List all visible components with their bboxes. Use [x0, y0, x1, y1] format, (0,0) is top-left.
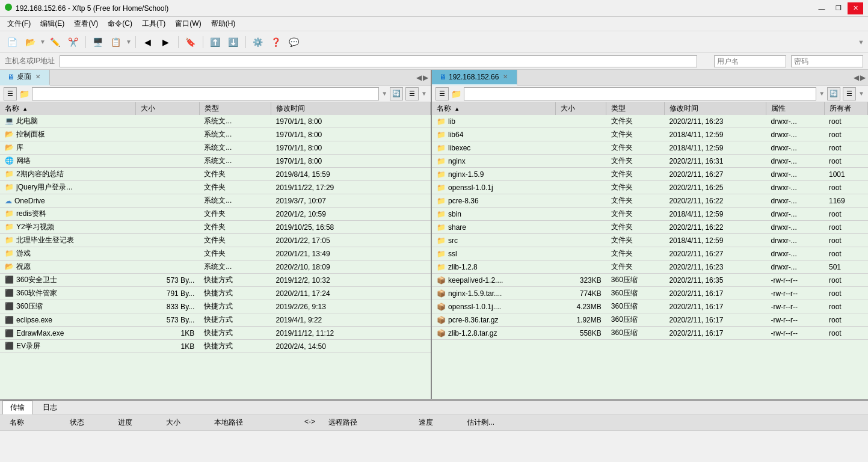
- right-col-attr[interactable]: 属性: [766, 102, 824, 115]
- menu-item-命令(C)[interactable]: 命令(C): [103, 17, 137, 30]
- left-refresh-btn[interactable]: 🔄: [390, 87, 403, 100]
- left-file-row[interactable]: ⬛360安全卫士 573 By... 快捷方式 2019/12/2, 10:32: [0, 274, 431, 287]
- back-button[interactable]: ◀: [140, 34, 156, 51]
- right-file-row[interactable]: 📁lib 文件夹 2020/2/11, 16:23 drwxr-... root: [432, 115, 868, 128]
- sep1: [85, 36, 86, 48]
- left-view-btn[interactable]: ☰: [405, 87, 419, 100]
- edit-button[interactable]: ✏️: [47, 34, 64, 51]
- help-button[interactable]: ❓: [268, 34, 285, 51]
- menu-item-文件(F)[interactable]: 文件(F): [2, 17, 35, 30]
- left-file-row[interactable]: 📁北理毕业生登记表 文件夹 2020/1/22, 17:05: [0, 234, 431, 247]
- right-col-type[interactable]: 类型: [606, 102, 665, 115]
- new-session-button[interactable]: 📄: [4, 34, 20, 51]
- left-col-date[interactable]: 修改时间: [271, 102, 431, 115]
- right-file-row[interactable]: 📁lib64 文件夹 2018/4/11, 12:59 drwxr-... ro…: [432, 128, 868, 141]
- close-button[interactable]: ✕: [848, 2, 863, 14]
- left-file-row[interactable]: ⬛EdrawMax.exe 1KB 快捷方式 2019/11/12, 11:12: [0, 327, 431, 340]
- right-file-row[interactable]: 📁zlib-1.2.8 文件夹 2020/2/11, 16:23 drwxr-.…: [432, 260, 868, 274]
- right-tab-close[interactable]: ✕: [501, 73, 509, 81]
- menu-item-查看(V)[interactable]: 查看(V): [69, 17, 103, 30]
- right-file-row[interactable]: 📁share 文件夹 2020/2/11, 16:22 drwxr-... ro…: [432, 221, 868, 234]
- left-file-size: 833 By...: [135, 300, 199, 313]
- right-file-row[interactable]: 📁sbin 文件夹 2018/4/11, 12:59 drwxr-... roo…: [432, 208, 868, 221]
- right-refresh-btn[interactable]: 🔄: [827, 87, 840, 100]
- left-file-row[interactable]: 📂库 系统文... 1970/1/1, 8:00: [0, 141, 431, 155]
- left-file-row[interactable]: 📂祝愿 系统文... 2020/2/10, 18:09: [0, 260, 431, 274]
- maximize-button[interactable]: ❐: [831, 2, 846, 14]
- right-file-row[interactable]: 📁nginx 文件夹 2020/2/11, 16:31 drwxr-... ro…: [432, 155, 868, 168]
- left-tab-desktop[interactable]: 🖥 桌面 ✕: [0, 70, 50, 85]
- right-file-row[interactable]: 📁libexec 文件夹 2018/4/11, 12:59 drwxr-... …: [432, 141, 868, 155]
- right-path-input[interactable]: /usr/local: [464, 87, 816, 100]
- left-col-type[interactable]: 类型: [199, 102, 271, 115]
- forward-button[interactable]: ▶: [158, 34, 174, 51]
- left-file-row[interactable]: 📁Y2学习视频 文件夹 2019/10/25, 16:58: [0, 221, 431, 234]
- transfer-tab-transfer[interactable]: 传输: [2, 401, 32, 414]
- left-tab-next[interactable]: ▶: [423, 73, 428, 82]
- menu-item-编辑(E)[interactable]: 编辑(E): [35, 17, 69, 30]
- right-file-row[interactable]: 📦nginx-1.5.9.tar.... 774KB 360压缩 2020/2/…: [432, 287, 868, 300]
- left-tab-prev[interactable]: ◀: [416, 73, 422, 82]
- refresh-button[interactable]: 📋: [108, 34, 125, 51]
- left-file-row[interactable]: 📁redis资料 文件夹 2020/1/2, 10:59: [0, 208, 431, 221]
- right-file-row[interactable]: 📦openssl-1.0.1j.... 4.23MB 360压缩 2020/2/…: [432, 300, 868, 313]
- settings-button[interactable]: ⚙️: [250, 34, 266, 51]
- left-file-row[interactable]: 📁jQuery用户登录... 文件夹 2019/11/22, 17:29: [0, 181, 431, 194]
- transfer-tab-log[interactable]: 日志: [35, 401, 65, 414]
- left-file-row[interactable]: 🌐网络 系统文... 1970/1/1, 8:00: [0, 155, 431, 168]
- open-button[interactable]: 📂: [22, 34, 38, 51]
- right-tab-server[interactable]: 🖥 192.168.152.66 ✕: [432, 70, 517, 85]
- right-file-row[interactable]: 📁src 文件夹 2018/4/11, 12:59 drwxr-... root: [432, 234, 868, 247]
- password-input[interactable]: [791, 55, 863, 67]
- right-col-size[interactable]: 大小: [555, 102, 606, 115]
- left-file-row[interactable]: ⬛360软件管家 791 By... 快捷方式 2020/2/11, 17:24: [0, 287, 431, 300]
- left-tab-close[interactable]: ✕: [34, 73, 42, 81]
- right-col-name[interactable]: 名称 ▲: [432, 102, 555, 115]
- right-file-row[interactable]: 📁pcre-8.36 文件夹 2020/2/11, 16:22 drwxr-..…: [432, 194, 868, 208]
- right-file-row[interactable]: 📁nginx-1.5.9 文件夹 2020/2/11, 16:27 drwxr-…: [432, 168, 868, 181]
- left-file-row[interactable]: ⬛EV录屏 1KB 快捷方式 2020/2/4, 14:50: [0, 340, 431, 353]
- left-file-row[interactable]: 📁游戏 文件夹 2020/1/21, 13:49: [0, 247, 431, 260]
- right-file-name: 📁libexec: [432, 141, 555, 155]
- delete-button[interactable]: ✂️: [65, 34, 82, 51]
- left-file-type: 系统文...: [199, 194, 271, 208]
- left-path-input[interactable]: 桌面: [32, 87, 379, 100]
- right-file-row[interactable]: 📦zlib-1.2.8.tar.gz 558KB 360压缩 2020/2/11…: [432, 327, 868, 340]
- left-toggle-btn[interactable]: ☰: [4, 87, 17, 100]
- menu-item-窗口(W)[interactable]: 窗口(W): [170, 17, 206, 30]
- right-view-btn[interactable]: ☰: [843, 87, 856, 100]
- right-file-row[interactable]: 📁ssl 文件夹 2020/2/11, 16:27 drwxr-... root: [432, 247, 868, 260]
- left-file-type: 系统文...: [199, 141, 271, 155]
- bookmark-button[interactable]: 🔖: [182, 34, 199, 51]
- left-folder-icon: 📁: [19, 89, 29, 99]
- right-toggle-btn[interactable]: ☰: [436, 87, 449, 100]
- right-file-row[interactable]: 📁openssl-1.0.1j 文件夹 2020/2/11, 16:25 drw…: [432, 181, 868, 194]
- properties-button[interactable]: 🖥️: [90, 34, 106, 51]
- left-file-row[interactable]: 💻此电脑 系统文... 1970/1/1, 8:00: [0, 115, 431, 128]
- right-tab-prev[interactable]: ◀: [854, 73, 859, 82]
- host-input[interactable]: [60, 55, 697, 67]
- left-col-size[interactable]: 大小: [135, 102, 199, 115]
- right-col-owner[interactable]: 所有者: [824, 102, 867, 115]
- download-button[interactable]: ⬇️: [225, 34, 242, 51]
- menu-item-帮助(H)[interactable]: 帮助(H): [206, 17, 241, 30]
- left-file-row[interactable]: ⬛eclipse.exe 573 By... 快捷方式 2019/4/1, 9:…: [0, 313, 431, 327]
- right-file-row[interactable]: 📦keepalived-1.2.... 323KB 360压缩 2020/2/1…: [432, 274, 868, 287]
- chat-button[interactable]: 💬: [286, 34, 303, 51]
- left-file-name: ⬛360压缩: [0, 300, 135, 313]
- left-file-row[interactable]: 📂控制面板 系统文... 1970/1/1, 8:00: [0, 128, 431, 141]
- right-file-name: 📦keepalived-1.2....: [432, 274, 555, 287]
- left-col-name[interactable]: 名称 ▲: [0, 102, 135, 115]
- minimize-button[interactable]: —: [814, 2, 830, 14]
- left-file-row[interactable]: ⬛360压缩 833 By... 快捷方式 2019/2/26, 9:13: [0, 300, 431, 313]
- right-file-row[interactable]: 📦pcre-8.36.tar.gz 1.92MB 360压缩 2020/2/11…: [432, 313, 868, 327]
- left-file-row[interactable]: ☁OneDrive 系统文... 2019/3/7, 10:07: [0, 194, 431, 208]
- upload-button[interactable]: ⬆️: [207, 34, 224, 51]
- right-file-name: 📁pcre-8.36: [432, 194, 555, 208]
- right-col-date[interactable]: 修改时间: [664, 102, 766, 115]
- username-input[interactable]: [714, 55, 786, 67]
- right-tab-next[interactable]: ▶: [860, 73, 866, 82]
- menu-item-工具(T)[interactable]: 工具(T): [137, 17, 170, 30]
- left-file-name: 📁jQuery用户登录...: [0, 181, 135, 194]
- left-file-row[interactable]: 📁2期内容的总结 文件夹 2019/8/14, 15:59: [0, 168, 431, 181]
